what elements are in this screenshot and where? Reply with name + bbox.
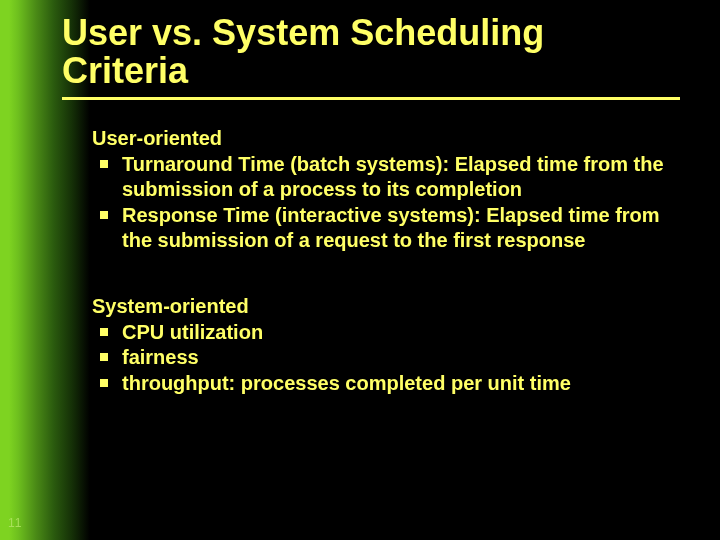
section-1-head: User-oriented bbox=[92, 126, 682, 152]
section-1-bullets: Turnaround Time (batch systems): Elapsed… bbox=[92, 152, 682, 254]
slide-title: User vs. System Scheduling Criteria bbox=[62, 14, 544, 90]
slide-body: User-oriented Turnaround Time (batch sys… bbox=[92, 126, 682, 396]
bullet-icon bbox=[100, 353, 108, 361]
list-item: Response Time (interactive systems): Ela… bbox=[92, 203, 682, 254]
bullet-icon bbox=[100, 379, 108, 387]
section-2-bullets: CPU utilization fairness throughput: pro… bbox=[92, 320, 682, 397]
title-line-2: Criteria bbox=[62, 50, 188, 91]
list-item: throughput: processes completed per unit… bbox=[92, 371, 682, 397]
bullet-text: Turnaround Time (batch systems): Elapsed… bbox=[122, 153, 664, 201]
bullet-icon bbox=[100, 328, 108, 336]
bullet-text: fairness bbox=[122, 346, 199, 368]
bullet-text: CPU utilization bbox=[122, 321, 263, 343]
title-line-1: User vs. System Scheduling bbox=[62, 12, 544, 53]
slide: User vs. System Scheduling Criteria User… bbox=[0, 0, 720, 540]
list-item: Turnaround Time (batch systems): Elapsed… bbox=[92, 152, 682, 203]
page-number: 11 bbox=[8, 516, 21, 530]
section-gap bbox=[92, 254, 682, 294]
list-item: CPU utilization bbox=[92, 320, 682, 346]
title-underline bbox=[62, 97, 680, 100]
bullet-icon bbox=[100, 211, 108, 219]
bullet-icon bbox=[100, 160, 108, 168]
section-2-head: System-oriented bbox=[92, 294, 682, 320]
list-item: fairness bbox=[92, 345, 682, 371]
bullet-text: Response Time (interactive systems): Ela… bbox=[122, 204, 660, 252]
bullet-text: throughput: processes completed per unit… bbox=[122, 372, 571, 394]
